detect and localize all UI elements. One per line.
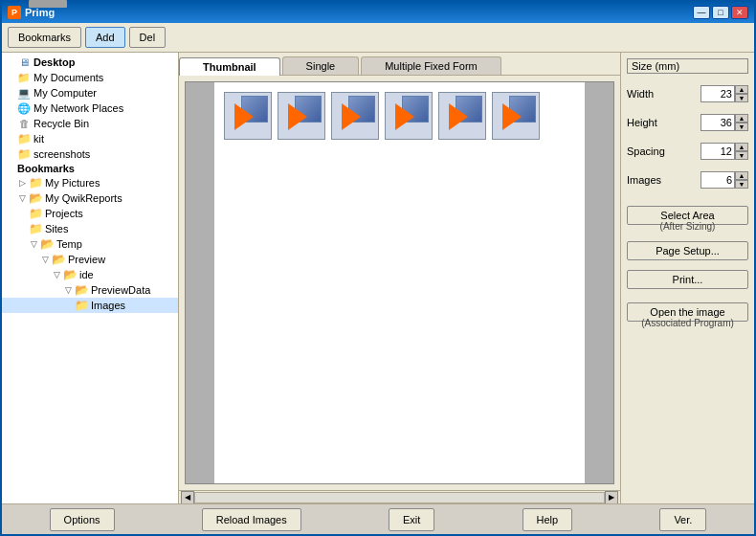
sidebar-item-my-documents[interactable]: 📁 My Documents bbox=[2, 70, 178, 85]
width-label: Width bbox=[627, 88, 675, 100]
thumb-arrow-2 bbox=[288, 103, 307, 130]
top-toolbar: Bookmarks Add Del bbox=[2, 23, 754, 53]
spacing-up-btn[interactable]: ▲ bbox=[735, 143, 748, 151]
spacing-input[interactable] bbox=[700, 143, 735, 160]
sidebar-item-desktop[interactable]: 🖥 Desktop bbox=[2, 55, 178, 70]
tab-single[interactable]: Single bbox=[282, 56, 360, 75]
bookmark-toggle-icon bbox=[6, 164, 15, 173]
tab-thumbnail[interactable]: Thumbnail bbox=[179, 57, 280, 76]
images-up-btn[interactable]: ▲ bbox=[735, 171, 748, 180]
image-canvas bbox=[185, 81, 614, 484]
spacing-down-btn[interactable]: ▼ bbox=[735, 151, 748, 160]
sidebar-item-preview[interactable]: ▽ 📂 Preview bbox=[2, 252, 178, 267]
previewdata-icon: 📂 bbox=[75, 283, 88, 297]
height-field-row: Height ▲ ▼ bbox=[627, 114, 748, 131]
preview-toggle: ▽ bbox=[40, 255, 50, 264]
page-setup-button[interactable]: Page Setup... bbox=[627, 241, 748, 260]
thumbnail-3[interactable] bbox=[331, 92, 379, 140]
my-documents-label: My Documents bbox=[33, 72, 103, 83]
recycle-icon: 🗑 bbox=[17, 117, 31, 130]
sites-icon: 📁 bbox=[29, 222, 42, 235]
maximize-button[interactable]: □ bbox=[712, 6, 729, 19]
spacing-spinner: ▲ ▼ bbox=[700, 143, 748, 160]
add-button[interactable]: Add bbox=[85, 27, 125, 48]
qwik-toggle: ▽ bbox=[17, 193, 27, 203]
width-input[interactable] bbox=[700, 85, 735, 102]
width-down-btn[interactable]: ▼ bbox=[735, 94, 748, 102]
print-button[interactable]: Print... bbox=[627, 270, 748, 289]
exit-button[interactable]: Exit bbox=[389, 508, 434, 531]
width-up-btn[interactable]: ▲ bbox=[735, 85, 748, 94]
my-pictures-label: My Pictures bbox=[45, 177, 100, 189]
close-button[interactable]: ✕ bbox=[731, 6, 748, 19]
toggle-icon bbox=[6, 57, 15, 67]
sidebar-item-screenshots[interactable]: 📁 screenshots bbox=[2, 146, 178, 162]
images-spinner-btns: ▲ ▼ bbox=[735, 171, 748, 189]
sidebar-item-temp[interactable]: ▽ 📂 Temp bbox=[2, 236, 178, 252]
width-spinner: ▲ ▼ bbox=[700, 85, 748, 102]
width-field-row: Width ▲ ▼ bbox=[627, 85, 748, 102]
options-button[interactable]: Options bbox=[50, 508, 115, 531]
window-controls: — □ ✕ bbox=[693, 6, 748, 19]
thumbnail-grid bbox=[214, 82, 585, 483]
height-down-btn[interactable]: ▼ bbox=[735, 123, 748, 131]
screenshots-folder-icon: 📁 bbox=[17, 147, 31, 161]
desktop-label: Desktop bbox=[33, 56, 75, 68]
sidebar-item-sites[interactable]: 📁 Sites bbox=[2, 221, 178, 236]
bookmarks-button[interactable]: Bookmarks bbox=[8, 27, 81, 48]
sites-label: Sites bbox=[45, 223, 68, 234]
associated-program-label: (Associated Program) bbox=[627, 318, 748, 328]
ver-button[interactable]: Ver. bbox=[659, 508, 706, 531]
thumbnail-2[interactable] bbox=[278, 92, 325, 140]
sidebar-item-my-computer[interactable]: 💻 My Computer bbox=[2, 85, 178, 100]
thumb-arrow-5 bbox=[449, 103, 468, 130]
minimize-button[interactable]: — bbox=[693, 6, 710, 19]
thumbnail-6[interactable] bbox=[492, 92, 540, 140]
thumbnail-4[interactable] bbox=[385, 92, 433, 140]
images-label: Images bbox=[91, 300, 125, 311]
sidebar-item-my-network-places[interactable]: 🌐 My Network Places bbox=[2, 100, 178, 116]
thumb-arrow-4 bbox=[395, 103, 414, 130]
temp-icon: 📂 bbox=[40, 237, 54, 251]
thumbnail-1[interactable] bbox=[224, 92, 272, 140]
height-up-btn[interactable]: ▲ bbox=[735, 114, 748, 123]
app-icon: P bbox=[8, 6, 21, 19]
qwik-folder-icon: 📂 bbox=[29, 191, 42, 205]
projects-label: Projects bbox=[45, 208, 83, 219]
help-button[interactable]: Help bbox=[523, 508, 573, 531]
images-spinner: ▲ ▼ bbox=[700, 171, 748, 189]
bookmarks-section-label: Bookmarks bbox=[17, 163, 75, 174]
sidebar-item-ide[interactable]: ▽ 📂 ide bbox=[2, 267, 178, 282]
sidebar-bookmarks-header[interactable]: Bookmarks bbox=[2, 162, 178, 175]
thumb-arrow-1 bbox=[234, 103, 254, 130]
tab-multiple-fixed[interactable]: Multiple Fixed Form bbox=[361, 56, 501, 75]
images-down-btn[interactable]: ▼ bbox=[735, 180, 748, 189]
select-area-section: Select Area (After Sizing) bbox=[627, 204, 748, 232]
del-button[interactable]: Del bbox=[129, 27, 167, 48]
temp-toggle: ▽ bbox=[29, 239, 38, 249]
sidebar-item-kit[interactable]: 📁 kit bbox=[2, 131, 178, 146]
height-input[interactable] bbox=[700, 114, 735, 131]
images-icon: 📁 bbox=[75, 299, 88, 312]
sidebar-item-qwikreports[interactable]: ▽ 📂 My QwikReports bbox=[2, 190, 178, 206]
ide-label: ide bbox=[79, 269, 94, 280]
reload-images-button[interactable]: Reload Images bbox=[202, 508, 301, 531]
preview-icon: 📂 bbox=[52, 253, 65, 266]
images-input[interactable] bbox=[700, 171, 735, 189]
sidebar-item-projects[interactable]: 📁 Projects bbox=[2, 206, 178, 221]
scroll-left-arrow[interactable]: ◀ bbox=[181, 491, 194, 504]
kit-folder-icon: 📁 bbox=[17, 132, 31, 145]
kit-label: kit bbox=[33, 133, 44, 145]
thumbnail-5[interactable] bbox=[438, 92, 486, 140]
size-section-title: Size (mm) bbox=[627, 58, 748, 74]
sidebar-item-recycle-bin[interactable]: 🗑 Recycle Bin bbox=[2, 116, 178, 131]
scroll-right-arrow[interactable]: ▶ bbox=[605, 491, 618, 504]
sidebar-item-previewdata[interactable]: ▽ 📂 PreviewData bbox=[2, 282, 178, 298]
sidebar-item-my-pictures[interactable]: ▷ 📁 My Pictures bbox=[2, 175, 178, 190]
sidebar-item-images[interactable]: 📁 Images bbox=[2, 298, 178, 313]
scroll-track[interactable] bbox=[194, 492, 605, 503]
ide-toggle: ▽ bbox=[52, 270, 61, 279]
bottom-toolbar: Options Reload Images Exit Help Ver. bbox=[2, 503, 754, 534]
window-title: Primg bbox=[25, 7, 693, 18]
recycle-bin-label: Recycle Bin bbox=[33, 118, 89, 129]
